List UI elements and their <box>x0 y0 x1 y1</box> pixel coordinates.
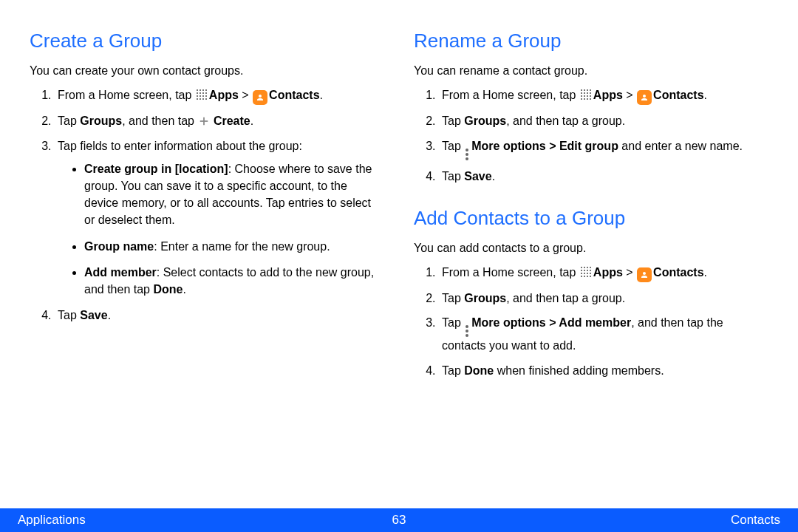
step: From a Home screen, tap Apps > Contacts. <box>55 86 384 105</box>
plus-icon <box>198 115 210 127</box>
text: Tap <box>442 140 464 152</box>
steps-create-group: From a Home screen, tap Apps > Contacts.… <box>30 86 384 324</box>
text-bold: More options > Edit group <box>471 140 618 152</box>
text-bold: Done <box>464 364 494 377</box>
step: Tap fields to enter information about th… <box>55 137 384 299</box>
text: , and then tap a group. <box>506 292 625 304</box>
text-bold: Add member <box>84 266 157 279</box>
text-bold: Save <box>464 170 491 183</box>
step: Tap Save. <box>55 307 384 324</box>
text: Tap <box>442 364 464 377</box>
text-bold: Groups <box>464 292 506 304</box>
step: Tap Save. <box>439 168 768 185</box>
step: Tap Groups, and then tap a group. <box>439 290 768 307</box>
text-bold: Group name <box>84 240 154 253</box>
text-bold: Create group in [location] <box>84 163 228 175</box>
text-bold: Done <box>153 283 183 296</box>
more-options-icon <box>465 149 469 160</box>
contacts-label: Contacts <box>269 89 319 101</box>
text: . <box>704 266 707 279</box>
apps-label: Apps <box>209 89 239 101</box>
text-bold: Groups <box>464 115 506 127</box>
text: Tap <box>58 115 80 127</box>
steps-add-contacts: From a Home screen, tap Apps > Contacts.… <box>414 264 768 379</box>
text: . <box>250 115 253 127</box>
page-number: 63 <box>392 513 406 528</box>
section-create-group: Create a Group You can create your own c… <box>30 30 384 324</box>
step: Tap Done when finished adding members. <box>439 362 768 379</box>
step: Tap Groups, and then tap Create. <box>55 112 384 129</box>
contacts-icon <box>253 90 267 105</box>
text: , and then tap a group. <box>506 115 625 127</box>
left-column: Create a Group You can create your own c… <box>30 30 384 401</box>
intro-create-group: You can create your own contact groups. <box>30 63 384 79</box>
text: . <box>704 89 707 101</box>
bullet: Group name: Enter a name for the new gro… <box>84 238 384 255</box>
step: Tap Groups, and then tap a group. <box>439 112 768 129</box>
text: Tap <box>442 316 464 329</box>
page-footer: Applications 63 Contacts <box>0 508 798 532</box>
text: Tap <box>442 115 464 127</box>
right-column: Rename a Group You can rename a contact … <box>414 30 768 401</box>
contacts-label: Contacts <box>653 266 703 279</box>
apps-label: Apps <box>593 89 623 101</box>
section-add-contacts: Add Contacts to a Group You can add cont… <box>414 207 768 379</box>
text-bold: Groups <box>80 115 122 127</box>
text-bold: Save <box>80 309 107 321</box>
text: Tap fields to enter information about th… <box>58 140 302 152</box>
more-options-icon <box>465 325 469 337</box>
text: Tap <box>442 170 464 183</box>
separator: > <box>239 89 252 101</box>
bullets: Create group in [location]: Choose where… <box>58 160 384 298</box>
apps-grid-icon <box>196 89 208 100</box>
apps-label: Apps <box>593 266 623 279</box>
text-bold: Create <box>214 115 250 127</box>
intro-rename-group: You can rename a contact group. <box>414 63 768 79</box>
text: : Enter a name for the new group. <box>154 240 330 253</box>
text: From a Home screen, tap <box>442 266 579 279</box>
text: Tap <box>442 292 464 304</box>
text-bold: More options > Add member <box>471 316 631 329</box>
step: From a Home screen, tap Apps > Contacts. <box>439 86 768 105</box>
text: and enter a new name. <box>618 140 743 152</box>
text: . <box>320 89 323 101</box>
text: when finished adding members. <box>494 364 664 377</box>
apps-grid-icon <box>580 89 592 100</box>
heading-add-contacts: Add Contacts to a Group <box>414 207 768 230</box>
contacts-label: Contacts <box>653 89 703 101</box>
separator: > <box>623 89 636 101</box>
text: . <box>492 170 495 183</box>
heading-rename-group: Rename a Group <box>414 30 768 52</box>
text: . <box>183 283 185 296</box>
step: From a Home screen, tap Apps > Contacts. <box>439 264 768 282</box>
text: Tap <box>58 309 80 321</box>
section-rename-group: Rename a Group You can rename a contact … <box>414 30 768 185</box>
footer-section-label: Applications <box>18 513 86 528</box>
footer-topic-label: Contacts <box>731 513 780 528</box>
heading-create-group: Create a Group <box>30 30 384 52</box>
contacts-icon <box>637 267 652 282</box>
bullet: Create group in [location]: Choose where… <box>84 160 384 229</box>
step: Tap More options > Edit group and enter … <box>439 137 768 160</box>
apps-grid-icon <box>580 266 592 278</box>
bullet: Add member: Select contacts to add to th… <box>84 264 384 298</box>
text: From a Home screen, tap <box>58 89 195 101</box>
document-body: Create a Group You can create your own c… <box>0 0 798 401</box>
steps-rename-group: From a Home screen, tap Apps > Contacts.… <box>414 86 768 184</box>
text: From a Home screen, tap <box>442 89 579 101</box>
text: . <box>108 309 111 321</box>
contacts-icon <box>637 90 652 105</box>
separator: > <box>623 266 636 279</box>
step: Tap More options > Add member, and then … <box>439 314 768 354</box>
text: , and then tap <box>122 115 197 127</box>
intro-add-contacts: You can add contacts to a group. <box>414 240 768 256</box>
